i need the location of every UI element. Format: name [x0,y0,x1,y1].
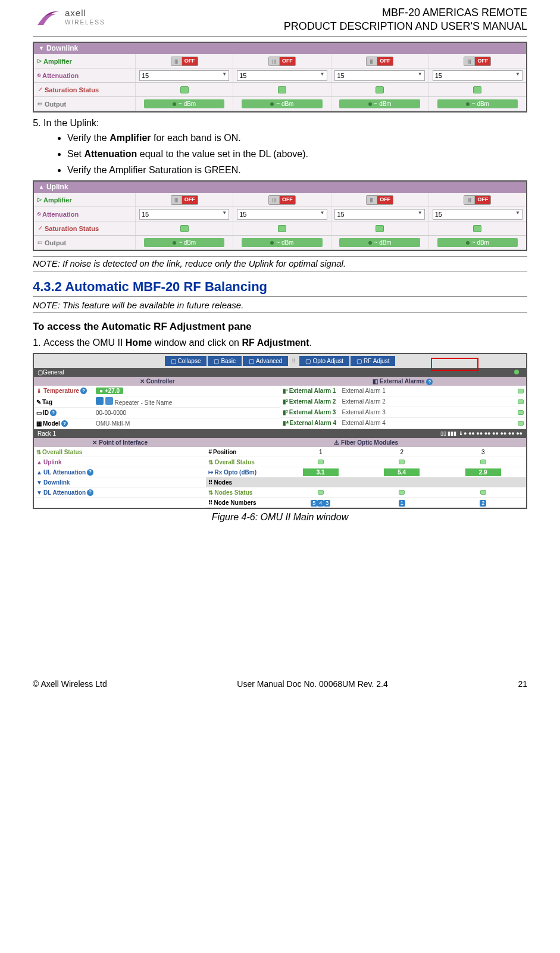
uplink-title: Uplink [46,183,68,192]
ul-attn-select-3[interactable]: 15▼ [334,209,424,220]
uplink-panel: ▲ Uplink ▷Amplifier OFF OFF OFF OFF ⎋Att… [33,180,527,252]
tag-label: Tag [42,398,52,406]
logo-subtext: WIRELESS [65,18,105,26]
toolbar: ▢ Collapse ▢ Basic ▢ Advanced ⠿ ▢ Opto A… [34,354,526,368]
model-icon: ▦ [36,420,42,427]
node-badge[interactable]: 1 [399,500,405,507]
temperature-label: Temperature [43,387,79,395]
poi-icon: ✕ [92,439,99,446]
nodes-label: Nodes [214,479,232,486]
ea4-value: External Alarm 4 [342,419,518,427]
position-label: Position [213,448,236,456]
chevron-down-icon: ▼ [515,71,520,80]
opto-adjust-button[interactable]: ▢ Opto Adjust [299,356,349,366]
dl-amplifier-row: ▷Amplifier OFF OFF OFF OFF [34,54,526,68]
node-badge[interactable]: 3 [324,500,330,507]
help-icon[interactable]: ? [80,388,87,394]
dl-amp-toggle-4[interactable]: OFF [464,57,491,66]
footer-right: 21 [518,679,527,689]
advanced-button[interactable]: ▢ Advanced [243,356,288,366]
dl-att-icon: ▼ [36,489,42,496]
position-icon: # [208,448,212,456]
header-titles: MBF-20 AMERICAS REMOTE PRODUCT DESCRIPTI… [284,6,527,34]
ea4-label: External Alarm 4 [290,419,337,427]
node-numbers-label: Node Numbers [214,499,256,507]
status-indicator [518,410,524,415]
dl-amp-toggle-2[interactable]: OFF [268,57,296,66]
uplink-icon: ▲ [36,458,42,466]
status-icon: ⇅ [208,489,213,496]
dl-attenuation-label: Attenuation [42,71,79,80]
node-badge[interactable]: 2 [480,500,486,507]
collapse-button[interactable]: ▢ Collapse [165,356,207,366]
help-icon[interactable]: ? [87,489,93,496]
status-indicator [399,460,405,464]
lock-icon[interactable] [96,397,104,405]
doc-title-1: MBF-20 AMERICAS REMOTE [284,6,527,20]
ea3-label: External Alarm 3 [289,408,336,416]
subheader-row: ✕ Controller ◧ External Alarms ? [34,377,526,386]
ul-amp-toggle-4[interactable]: OFF [464,195,491,205]
ul-attn-select-1[interactable]: 15▼ [139,209,229,220]
dl-saturation-row: ⟋Saturation Status [34,83,526,97]
dl-amp-toggle-1[interactable]: OFF [171,57,198,66]
dl-attn-select-1[interactable]: 15▼ [139,70,229,81]
status-icon: ⇅ [208,458,213,466]
pos-3: 3 [442,448,524,456]
ul-attn-select-2[interactable]: 15▼ [237,209,327,220]
ul-att-label: UL Attenuation [43,468,86,476]
dl-sat-indicator-2 [278,86,286,93]
uplink-icon: ▲ [39,184,44,191]
ul-amp-toggle-2[interactable]: OFF [268,195,296,205]
ul-att-icon: ▲ [36,468,42,476]
id-label: ID [43,409,49,417]
ea2-value: External Alarm 2 [342,398,518,405]
alarm-icon: ▮² [283,398,288,405]
edit-icon[interactable] [105,397,113,405]
ul-attn-select-4[interactable]: 15▼ [433,209,523,220]
subsection-heading: To access the Automatic RF Adjustment pa… [33,320,527,333]
note-2: NOTE: This feature will be available in … [33,299,527,313]
out-icon: ▭ [37,101,43,108]
help-icon[interactable]: ? [87,469,93,476]
rf-adjust-button[interactable]: ▢ RF Adjust [351,356,395,366]
dl-attn-select-2[interactable]: 15▼ [237,70,327,81]
poi-downlink-label: Downlink [43,479,70,486]
node-badge[interactable]: 4 [317,500,324,507]
ul-output-label: Output [45,239,66,247]
sat-icon: ⟋ [37,225,43,232]
dl-out-4: ~ dBm [437,99,518,108]
footer-mid: User Manual Doc No. 00068UM Rev. 2.4 [237,679,387,689]
amp-icon: ▷ [37,58,42,65]
pos-2: 2 [361,448,443,456]
status-indicator [399,490,405,495]
rack-subheader: ✕ Point of Interface ⚠ Fiber Optic Modul… [34,438,526,447]
help-icon[interactable]: ? [50,410,57,416]
poi-uplink-label: Uplink [43,458,62,466]
ul-amp-toggle-3[interactable]: OFF [366,195,393,205]
nodes-status-label: Nodes Status [214,489,252,496]
dl-out-2: ~ dBm [242,99,322,108]
dl-attn-select-4[interactable]: 15▼ [433,70,523,81]
ext-alarms-label: External Alarms [380,378,425,385]
dl-out-1: ~ dBm [144,99,224,108]
downlink-header: ▼ Downlink [34,43,526,55]
doc-title-2: PRODUCT DESCRIPTION AND USER'S MANUAL [284,20,527,33]
temperature-value: ● +27.0 [96,388,123,394]
fom-icon: ⚠ [334,439,341,446]
rxopto-label: Rx Opto (dBm) [214,468,256,476]
id-icon: ▭ [36,409,42,417]
dl-amp-toggle-3[interactable]: OFF [366,57,393,66]
ul-amp-toggle-1[interactable]: OFF [171,195,198,205]
help-icon[interactable]: ? [61,420,68,427]
node-badge[interactable]: 5 [311,500,317,507]
sat-icon: ⟋ [37,86,43,93]
dl-out-3: ~ dBm [339,99,420,108]
att-icon: ⎋ [37,72,40,79]
dl-output-label: Output [45,100,66,108]
id-value: 00-00-0000 [96,409,278,417]
dl-attn-select-3[interactable]: 15▼ [334,70,424,81]
basic-button[interactable]: ▢ Basic [208,356,241,366]
help-icon[interactable]: ? [426,379,433,385]
ul-sat-indicator-2 [278,225,286,232]
